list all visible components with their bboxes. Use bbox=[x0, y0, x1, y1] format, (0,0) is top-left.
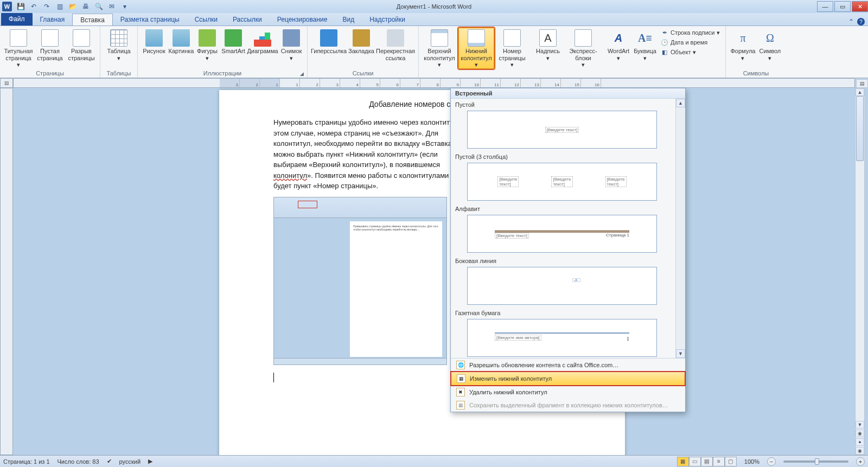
scroll-down-icon[interactable]: ▼ bbox=[856, 421, 864, 428]
tab-view[interactable]: Вид bbox=[335, 14, 362, 25]
tab-mailings[interactable]: Рассылки bbox=[225, 14, 270, 25]
smartart-button[interactable]: SmartArt bbox=[220, 27, 246, 55]
ruler-corner[interactable]: ▤ bbox=[0, 78, 13, 88]
qat-more-icon[interactable]: ▾ bbox=[120, 2, 129, 11]
word-app-icon: W bbox=[2, 2, 12, 11]
view-outline[interactable]: ≡ bbox=[713, 457, 725, 466]
browse-object-icon[interactable]: ● bbox=[856, 438, 864, 446]
help-icon[interactable]: ? bbox=[857, 18, 865, 25]
group-links: Гиперссылка Закладка Перекрестная ссылка… bbox=[308, 26, 419, 78]
gallery-item-sideline[interactable]: •| bbox=[467, 267, 657, 305]
page-break-button[interactable]: Разрыв страницы bbox=[66, 27, 97, 61]
chart-button[interactable]: Диаграмма bbox=[247, 27, 278, 55]
qat-open-icon[interactable]: 📂 bbox=[68, 2, 77, 11]
scroll-up-icon[interactable]: ▲ bbox=[856, 88, 864, 96]
group-pages: Титульная страница▾ Пустая страница Разр… bbox=[0, 26, 100, 78]
image-button[interactable]: Картинка bbox=[168, 27, 194, 55]
scroll-up-icon[interactable]: ▲ bbox=[676, 99, 685, 107]
page-break-icon bbox=[73, 29, 90, 47]
gallery-item-empty[interactable]: [Введите текст] bbox=[467, 111, 657, 149]
object-button[interactable]: ◧Объект ▾ bbox=[659, 48, 722, 56]
screenshot-button[interactable]: Снимок▾ bbox=[279, 27, 304, 61]
minimize-button[interactable]: — bbox=[817, 1, 833, 12]
tab-review[interactable]: Рецензирование bbox=[270, 14, 335, 25]
view-web-layout[interactable]: ▤ bbox=[701, 457, 713, 466]
equation-button[interactable]: πФормула▾ bbox=[729, 27, 756, 61]
quickparts-button[interactable]: Экспресс-блоки▾ bbox=[562, 27, 604, 68]
cmd-office-com[interactable]: 🌐Разрешить обновление контента с сайта O… bbox=[451, 359, 685, 372]
view-draft[interactable]: ▢ bbox=[725, 457, 737, 466]
footer-button[interactable]: Нижний колонтитул▾ bbox=[458, 27, 495, 69]
date-time-button[interactable]: 🕒Дата и время bbox=[659, 38, 722, 47]
zoom-in-button[interactable]: + bbox=[856, 457, 865, 466]
close-button[interactable]: ✕ bbox=[852, 1, 868, 12]
vertical-scrollbar[interactable]: ▲ ▼ ◉ ● ◉ bbox=[855, 88, 865, 455]
dropcap-button[interactable]: A≡Буквица▾ bbox=[633, 27, 658, 61]
picture-button[interactable]: Рисунок bbox=[141, 27, 167, 55]
document-canvas[interactable]: Добавление номеров страниц Нумеровать ст… bbox=[13, 88, 855, 455]
gallery-label-sideline: Боковая линия bbox=[452, 256, 672, 266]
signature-line-button[interactable]: ✒Строка подписи ▾ bbox=[659, 28, 722, 37]
gallery-item-three-col[interactable]: [Введите текст] [Введите текст] [Введите… bbox=[467, 163, 657, 201]
vertical-ruler[interactable] bbox=[0, 88, 13, 455]
zoom-out-button[interactable]: − bbox=[767, 457, 776, 466]
tab-file[interactable]: Файл bbox=[1, 12, 33, 25]
tab-home[interactable]: Главная bbox=[33, 14, 73, 25]
shapes-button[interactable]: Фигуры▾ bbox=[195, 27, 219, 61]
horizontal-ruler[interactable]: 321 12345678910111213141516 bbox=[13, 78, 855, 88]
qat-new-icon[interactable]: ▥ bbox=[55, 2, 64, 11]
tab-page-layout[interactable]: Разметка страницы bbox=[113, 14, 187, 25]
group-text-label bbox=[535, 69, 722, 78]
cmd-edit-footer[interactable]: ▦Изменить нижний колонтитул bbox=[450, 371, 686, 386]
maximize-button[interactable]: ▭ bbox=[834, 1, 851, 12]
status-macro-icon[interactable]: ▶ bbox=[148, 458, 152, 465]
status-word-count[interactable]: Число слов: 83 bbox=[58, 458, 99, 465]
textbox-button[interactable]: AНадпись▾ bbox=[535, 27, 561, 61]
tab-addins[interactable]: Надстройки bbox=[362, 14, 413, 25]
clipart-icon bbox=[173, 29, 190, 47]
gallery-item-newspaper[interactable]: [Введите имя автора] 1 bbox=[467, 319, 657, 357]
illustrations-launcher-icon[interactable]: ◢ bbox=[300, 71, 304, 76]
scroll-down-icon[interactable]: ▼ bbox=[676, 349, 685, 358]
cmd-remove-footer[interactable]: ✖Удалить нижний колонтитул bbox=[451, 386, 685, 399]
ruler-toggle-icon[interactable]: ▤ bbox=[856, 79, 868, 88]
blank-page-button[interactable]: Пустая страница bbox=[35, 27, 65, 61]
view-print-layout[interactable]: ▦ bbox=[677, 457, 689, 466]
crossref-button[interactable]: Перекрестная ссылка bbox=[376, 27, 415, 61]
title-page-button[interactable]: Титульная страница▾ bbox=[3, 27, 34, 68]
status-proofing-icon[interactable]: ✔ bbox=[107, 458, 112, 465]
bookmark-icon bbox=[353, 29, 370, 47]
qat-save-icon[interactable]: 💾 bbox=[16, 2, 25, 11]
workspace: ▤ 321 12345678910111213141516 ▤ Добавлен… bbox=[0, 78, 868, 455]
qat-mail-icon[interactable]: ✉ bbox=[107, 2, 116, 11]
view-full-screen[interactable]: ▭ bbox=[689, 457, 701, 466]
ribbon-minimize-icon[interactable]: ⌃ bbox=[848, 18, 854, 25]
gallery-item-alphabet[interactable]: [Введите текст] Страница 1 bbox=[467, 215, 657, 253]
header-button[interactable]: Верхний колонтитул▾ bbox=[422, 27, 457, 68]
status-language[interactable]: русский bbox=[119, 458, 141, 465]
edit-footer-icon: ▦ bbox=[457, 374, 465, 383]
symbol-button[interactable]: ΩСимвол▾ bbox=[757, 27, 782, 61]
status-page[interactable]: Страница: 1 из 1 bbox=[3, 458, 50, 465]
screenshot-icon bbox=[283, 29, 300, 47]
qat-undo-icon[interactable]: ↶ bbox=[29, 2, 38, 11]
prev-page-icon[interactable]: ◉ bbox=[856, 430, 864, 437]
zoom-slider-knob[interactable] bbox=[815, 458, 819, 465]
next-page-icon[interactable]: ◉ bbox=[856, 447, 864, 455]
tab-references[interactable]: Ссылки bbox=[187, 14, 225, 25]
zoom-slider[interactable] bbox=[783, 460, 848, 463]
bookmark-button[interactable]: Закладка bbox=[348, 27, 375, 55]
tab-insert[interactable]: Вставка bbox=[72, 14, 113, 25]
dropcap-icon: A≡ bbox=[636, 29, 654, 47]
qat-preview-icon[interactable]: 🔍 bbox=[94, 2, 103, 11]
qat-print-icon[interactable]: 🖶 bbox=[81, 2, 90, 11]
hyperlink-button[interactable]: Гиперссылка bbox=[311, 27, 347, 55]
scroll-thumb[interactable] bbox=[856, 96, 864, 161]
gallery-scrollbar[interactable]: ▲ ▼ bbox=[675, 99, 685, 358]
page-number-button[interactable]: Номер страницы▾ bbox=[496, 27, 528, 68]
zoom-level[interactable]: 100% bbox=[744, 458, 760, 465]
cmd-save-to-gallery: ▦Сохранить выделенный фрагмент в коллекц… bbox=[451, 399, 685, 412]
qat-redo-icon[interactable]: ↷ bbox=[42, 2, 51, 11]
table-button[interactable]: Таблица▾ bbox=[104, 27, 134, 61]
wordart-button[interactable]: AWordArt▾ bbox=[605, 27, 631, 61]
